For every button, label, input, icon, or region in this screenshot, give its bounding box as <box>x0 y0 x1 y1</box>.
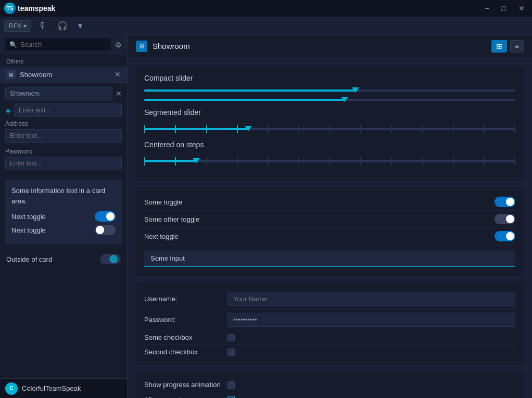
window-controls: − □ ✕ <box>482 3 528 14</box>
centered-tick-7 <box>360 157 361 165</box>
logo-team: team <box>18 4 35 12</box>
centered-tick-10 <box>453 157 454 165</box>
user-avatar: C <box>5 382 18 395</box>
slider-2-thumb[interactable] <box>341 97 348 102</box>
view-btn-list[interactable]: ≡ <box>510 40 524 53</box>
card-toggle-2-label: Next toggle <box>11 226 46 234</box>
centered-tick-11 <box>484 157 485 165</box>
checkbox1-label: Some checkbox <box>144 333 227 341</box>
slider-1-container <box>144 89 515 92</box>
outside-card-toggle[interactable] <box>100 254 121 264</box>
segmented-slider-container <box>144 123 515 135</box>
card-toggle-row-1: Next toggle <box>11 211 116 222</box>
allow-grouping-row: Allow grouping ✓ <box>144 392 515 398</box>
show-progress-checkbox[interactable] <box>227 381 235 389</box>
credentials-form: Username: Password: Some checkbox Second… <box>136 283 524 365</box>
bookmark-close-button[interactable]: ✕ <box>116 89 122 98</box>
centered-track-wrapper[interactable] <box>144 155 515 168</box>
card-toggle-1[interactable] <box>95 211 116 222</box>
sidebar-spacer <box>0 268 127 378</box>
toggle-some-knob <box>506 198 514 206</box>
centered-tick-container <box>144 157 515 165</box>
segmented-track-wrapper[interactable] <box>144 123 515 135</box>
centered-tick-12 <box>514 157 515 165</box>
sidebar-header: 🔍 ⚙ <box>0 35 127 54</box>
card-toggle-2-knob <box>96 226 104 234</box>
password-input[interactable] <box>227 313 515 327</box>
centered-tick-4 <box>268 157 269 165</box>
nickname-input[interactable] <box>14 104 122 117</box>
centered-tick-6 <box>330 157 331 165</box>
maximize-button[interactable]: □ <box>499 3 509 14</box>
title-bar-left: TS teamspeak <box>4 3 55 14</box>
tick-12 <box>514 125 515 133</box>
centered-thumb[interactable] <box>193 158 200 163</box>
address-label: Address <box>5 120 122 127</box>
tick-6 <box>330 125 331 133</box>
centered-tick-9 <box>422 157 423 165</box>
content-icon-glyph: 🖥 <box>138 43 145 50</box>
main-layout: 🔍 ⚙ Others 🖥 Showroom ✕ ✕ ◈ Ad <box>0 35 532 398</box>
toggle-other[interactable] <box>495 214 515 224</box>
nickname-row: ◈ <box>5 104 122 117</box>
rfx-button[interactable]: RFX ▾ <box>4 20 31 32</box>
toggle-some[interactable] <box>495 197 515 207</box>
toggle-next-row: Next toggle <box>144 228 515 245</box>
tick-10 <box>453 125 454 133</box>
segmented-thumb[interactable] <box>245 126 252 131</box>
gear-button[interactable]: ⚙ <box>115 41 122 49</box>
sidebar-item-showroom[interactable]: 🖥 Showroom ✕ <box>0 67 127 83</box>
allow-grouping-label: Allow grouping <box>144 395 227 398</box>
close-button[interactable]: ✕ <box>515 3 528 14</box>
slider-1-thumb[interactable] <box>352 87 359 93</box>
microphone-button[interactable]: 🎙 <box>35 20 50 32</box>
toggle-other-knob <box>506 215 514 223</box>
password-input-sidebar[interactable] <box>5 157 122 170</box>
minimize-button[interactable]: − <box>482 3 492 14</box>
checkbox2-row: Second checkbox <box>144 345 515 359</box>
outside-toggle-knob <box>109 255 118 263</box>
password-label: Password: <box>144 316 227 324</box>
username-input[interactable] <box>227 292 515 306</box>
settings-dropdown-button[interactable]: ▾ <box>75 20 85 32</box>
headphone-button[interactable]: 🎧 <box>54 20 71 32</box>
view-btn-grid[interactable]: ⊞ <box>491 40 507 53</box>
some-input-row <box>144 245 515 270</box>
centered-tick-1 <box>175 157 176 165</box>
address-input[interactable] <box>5 129 122 143</box>
card-toggle-2[interactable] <box>95 225 116 235</box>
tick-8 <box>391 125 392 133</box>
toggle-some-row: Some toggle <box>144 194 515 211</box>
centered-tick-5 <box>298 157 299 165</box>
some-input-field[interactable] <box>144 250 515 267</box>
sidebar-close-button[interactable]: ✕ <box>115 70 121 79</box>
tick-11 <box>484 125 485 133</box>
bookmark-name-input[interactable] <box>5 87 112 100</box>
others-label: Others <box>0 54 127 67</box>
toggle-next[interactable] <box>495 231 515 241</box>
allow-grouping-checkbox[interactable]: ✓ <box>227 396 235 399</box>
centered-tick-3 <box>237 157 238 165</box>
search-bar[interactable]: 🔍 <box>5 38 111 50</box>
checkbox2[interactable] <box>227 349 235 356</box>
slider-1-track[interactable] <box>144 89 515 92</box>
outside-card-label: Outside of card <box>6 255 52 263</box>
compact-slider-section: Compact slider Segmented slide <box>136 66 524 181</box>
content-scroll[interactable]: Compact slider Segmented slide <box>128 57 532 398</box>
connect-form: ✕ ◈ Address Password <box>0 83 127 174</box>
compact-slider-title: Compact slider <box>144 74 515 82</box>
tick-7 <box>360 125 361 133</box>
slider-2-track[interactable] <box>144 99 515 101</box>
progress-section: Show progress animation Allow grouping ✓… <box>136 371 524 398</box>
centered-steps-title: Centered on steps <box>144 140 515 149</box>
centered-tick-0 <box>144 157 145 165</box>
sidebar: 🔍 ⚙ Others 🖥 Showroom ✕ ✕ ◈ Ad <box>0 35 128 398</box>
search-input[interactable] <box>20 41 107 48</box>
content-header-title: Showroom <box>153 42 190 50</box>
main-content: 🖥 Showroom ⊞ ≡ Compact slider <box>128 35 532 398</box>
checkbox1[interactable] <box>227 334 235 341</box>
password-label-sidebar: Password <box>5 148 122 155</box>
username-label: Username: <box>144 295 227 303</box>
dropdown-icon: ▾ <box>23 22 27 30</box>
toggle-next-knob <box>506 232 514 240</box>
